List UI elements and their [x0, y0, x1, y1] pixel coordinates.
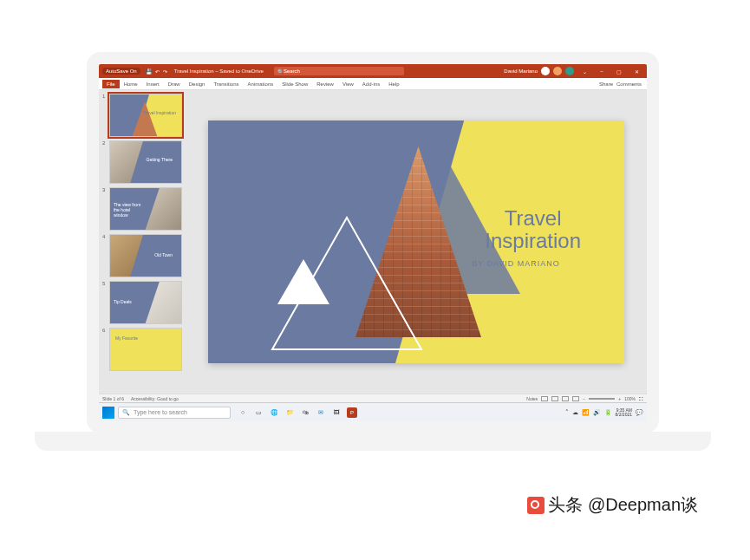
ribbon-display-icon[interactable]: ⌄	[577, 68, 591, 75]
watermark: 头条 @Deepman谈	[527, 493, 698, 517]
tab-animations[interactable]: Animations	[244, 80, 278, 88]
accessibility-status[interactable]: Accessibility: Good to go	[131, 396, 179, 401]
slide-thumbnail-1[interactable]: Travel Inspiration	[109, 94, 182, 137]
wifi-icon[interactable]: 📶	[582, 409, 590, 416]
normal-view-icon[interactable]	[541, 396, 548, 401]
title-line-1: Travel	[505, 206, 562, 230]
ribbon-tabs: File Home Insert Draw Design Transitions…	[99, 78, 647, 90]
powerpoint-icon[interactable]: P	[347, 407, 357, 418]
start-button[interactable]	[102, 407, 114, 419]
undo-icon[interactable]: ↶	[155, 68, 160, 75]
tab-addins[interactable]: Add-ins	[358, 80, 384, 88]
photos-icon[interactable]: 🖼	[331, 407, 342, 418]
user-avatar[interactable]	[541, 67, 550, 75]
sorter-view-icon[interactable]	[551, 396, 558, 401]
tab-file[interactable]: File	[102, 80, 120, 88]
notes-button[interactable]: Notes	[526, 396, 538, 401]
tab-review[interactable]: Review	[312, 80, 338, 88]
store-icon[interactable]: 🛍	[300, 407, 310, 418]
slide-thumbnail-2[interactable]: Getting There	[109, 140, 182, 184]
slide-thumbnail-5[interactable]: Tip Deals	[109, 281, 182, 324]
tab-transitions[interactable]: Transitions	[209, 80, 243, 88]
volume-icon[interactable]: 🔊	[593, 409, 601, 416]
cortana-icon[interactable]: ○	[238, 407, 248, 418]
taskbar-search[interactable]: 🔍 Type here to search	[118, 407, 231, 419]
search-placeholder: Search	[284, 68, 300, 74]
battery-icon[interactable]: 🔋	[604, 409, 612, 416]
save-icon[interactable]: 💾	[146, 68, 152, 75]
slide-editor[interactable]: Travel Inspiration BY DAVID MARIANO	[186, 90, 647, 394]
redo-icon[interactable]: ↷	[163, 68, 167, 75]
laptop-screen: AutoSave On 💾 ↶ ↷ Travel Inspiration – S…	[87, 52, 659, 433]
mail-icon[interactable]: ✉	[316, 407, 326, 418]
tab-draw[interactable]: Draw	[164, 80, 185, 88]
fit-window-icon[interactable]: ⛶	[639, 396, 643, 401]
thumb-number: 2	[102, 140, 109, 184]
zoom-out-icon[interactable]: −	[583, 396, 585, 401]
onedrive-icon[interactable]: ☁	[572, 409, 578, 416]
explorer-icon[interactable]: 📁	[284, 407, 295, 418]
tab-slideshow[interactable]: Slide Show	[277, 80, 312, 88]
zoom-level[interactable]: 100%	[624, 396, 636, 401]
thumb-number: 5	[102, 281, 109, 324]
thumb-label: My Favorite	[115, 335, 138, 341]
zoom-slider[interactable]	[589, 398, 615, 400]
tab-design[interactable]: Design	[185, 80, 210, 88]
share-button[interactable]: Share	[599, 81, 613, 87]
minimize-button[interactable]: –	[595, 68, 609, 74]
workspace: 1 Travel Inspiration 2 Getting There 3 T…	[99, 90, 647, 394]
tab-view[interactable]: View	[338, 80, 358, 88]
taskbar-search-placeholder: Type here to search	[134, 409, 187, 415]
thumb-label: Travel Inspiration	[143, 110, 176, 115]
edge-icon[interactable]: 🌐	[269, 407, 279, 418]
slide-thumbnail-6[interactable]: My Favorite	[109, 328, 182, 371]
collab-avatar-2[interactable]	[565, 67, 574, 75]
thumb-number: 1	[102, 94, 109, 137]
windows-taskbar: 🔍 Type here to search ○ ▭ 🌐 📁 🛍 ✉ 🖼 P ˄ …	[99, 402, 647, 421]
comments-button[interactable]: Comments	[616, 81, 642, 87]
search-icon: 🔍	[122, 409, 130, 416]
watermark-icon	[527, 497, 545, 514]
current-slide[interactable]: Travel Inspiration BY DAVID MARIANO	[208, 120, 624, 363]
slide-author[interactable]: BY DAVID MARIANO	[455, 259, 577, 268]
status-bar: Slide 1 of 6 Accessibility: Good to go N…	[99, 394, 647, 402]
quick-access: 💾 ↶ ↷	[146, 68, 167, 75]
search-box[interactable]: 🔍 Search	[274, 67, 404, 75]
tab-home[interactable]: Home	[120, 80, 142, 88]
close-button[interactable]: ✕	[629, 68, 643, 75]
clock-date: 8/2/2021	[616, 413, 632, 417]
user-name[interactable]: David Mariano	[504, 68, 538, 74]
slide-title[interactable]: Travel Inspiration	[485, 207, 581, 253]
laptop-base	[35, 432, 711, 451]
autosave-state: On	[130, 68, 137, 74]
thumbnail-panel[interactable]: 1 Travel Inspiration 2 Getting There 3 T…	[99, 90, 186, 394]
autosave-toggle[interactable]: AutoSave On	[102, 68, 140, 75]
collab-avatar-1[interactable]	[553, 67, 562, 75]
notifications-icon[interactable]: 💬	[636, 409, 643, 416]
tray-chevron-icon[interactable]: ˄	[565, 409, 569, 416]
slide-counter[interactable]: Slide 1 of 6	[102, 396, 124, 401]
task-view-icon[interactable]: ▭	[253, 407, 264, 418]
thumb-number: 6	[102, 328, 109, 371]
thumb-label: Old Town	[154, 252, 173, 257]
thumb-label: Getting There	[147, 157, 173, 162]
autosave-label: AutoSave	[106, 68, 128, 74]
slide-thumbnail-3[interactable]: The view from the hotel window	[109, 187, 182, 231]
tab-insert[interactable]: Insert	[142, 80, 164, 88]
search-icon: 🔍	[277, 68, 284, 75]
system-clock[interactable]: 9:35 AM 8/2/2021	[616, 408, 632, 417]
thumb-number: 4	[102, 234, 109, 277]
reading-view-icon[interactable]	[562, 396, 569, 401]
white-triangle	[277, 259, 329, 304]
watermark-text: 头条 @Deepman谈	[548, 493, 698, 517]
title-line-2: Inspiration	[485, 229, 581, 252]
thumb-label: Tip Deals	[114, 299, 132, 304]
slide-thumbnail-4[interactable]: Old Town	[109, 234, 182, 277]
title-bar: AutoSave On 💾 ↶ ↷ Travel Inspiration – S…	[99, 64, 647, 78]
slideshow-view-icon[interactable]	[572, 396, 579, 401]
document-title: Travel Inspiration – Saved to OneDrive	[174, 68, 264, 74]
maximize-button[interactable]: ▢	[612, 68, 626, 75]
tab-help[interactable]: Help	[384, 80, 403, 88]
zoom-in-icon[interactable]: +	[618, 396, 621, 401]
thumb-number: 3	[102, 187, 109, 231]
